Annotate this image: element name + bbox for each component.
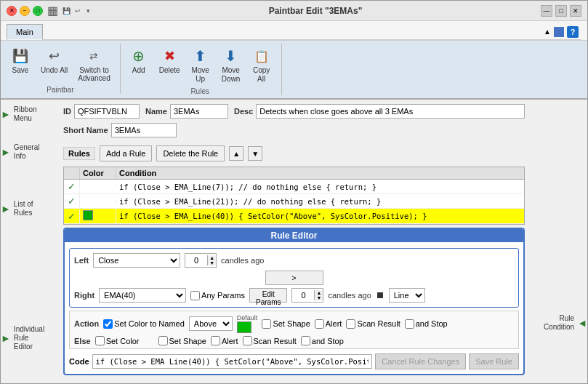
set-shape-label1: Set Shape (273, 319, 310, 328)
rule-check-3: ✓ (64, 209, 80, 223)
right-condition-row: Right EMA(40) Any Params EditParams (74, 288, 514, 303)
id-field: ID QFSIFTVBLN (63, 104, 140, 119)
move-rule-down-btn[interactable]: ▼ (248, 146, 262, 161)
rule-color-3 (80, 209, 116, 223)
desc-input[interactable] (256, 104, 525, 119)
and-stop-check1: and Stop (405, 319, 448, 329)
delete-rule-btn[interactable]: ✖ Delete (156, 44, 184, 77)
set-shape-checkbox2[interactable] (158, 336, 168, 345)
left-spin-arrows: ▲ ▼ (207, 255, 216, 265)
color-dot (377, 292, 383, 298)
add-rule-btn[interactable]: ⊕ Add (125, 44, 153, 77)
rule-condition-2: if (Close > EMA_Line(21)); // do nothing… (116, 196, 524, 207)
general-info-row: ID QFSIFTVBLN Name Desc (63, 104, 525, 119)
question-icon[interactable]: ? (567, 26, 579, 38)
short-name-input[interactable] (111, 123, 177, 137)
move-up-label: MoveUp (191, 66, 209, 84)
right-spin-up[interactable]: ▲ (315, 290, 323, 295)
rules-group-label: Rules (125, 87, 275, 95)
rule-row[interactable]: ✓ if (Close > EMA_Line(7)); // do nothin… (64, 180, 524, 194)
alert-checkbox2[interactable] (211, 336, 220, 345)
default-label: Default (237, 314, 258, 321)
any-params-checkbox[interactable] (190, 291, 200, 300)
move-down-icon: ⬇ (221, 46, 241, 66)
rules-table-header: Color Condition (64, 167, 524, 180)
color-name-select[interactable]: Above (189, 316, 233, 331)
col-color-header: Color (80, 167, 116, 179)
name-input[interactable] (170, 104, 228, 119)
operator-button[interactable]: > (265, 271, 323, 285)
add-icon: ⊕ (129, 46, 149, 66)
maximize-button[interactable]: □ (33, 6, 43, 16)
green-swatch (83, 210, 93, 220)
copy-all-btn[interactable]: 📋 CopyAll (248, 44, 275, 86)
close-title-btn[interactable]: ✕ (570, 5, 581, 17)
alert-checkbox1[interactable] (315, 319, 324, 329)
minimize-button[interactable]: − (20, 6, 30, 16)
add-a-rule-btn[interactable]: Add a Rule (100, 145, 152, 161)
set-color2-checkbox[interactable] (95, 336, 105, 345)
and-stop-checkbox2[interactable] (301, 336, 310, 345)
minimize-title-btn[interactable]: — (541, 5, 552, 17)
app-icon: ▦ (47, 4, 58, 17)
left-spin-down[interactable]: ▼ (208, 260, 216, 265)
scan-result-label1: Scan Result (357, 319, 400, 328)
rule-row[interactable]: ✓ if (Close > EMA_Line(21)); // do nothi… (64, 194, 524, 209)
left-condition-row: Left Close ▲ ▼ candles ago (74, 253, 514, 268)
move-rule-up-btn[interactable]: ▲ (229, 146, 243, 161)
paintbar-group-label: Paintbar (7, 86, 114, 94)
candles-ago-label1: candles ago (221, 256, 264, 265)
rule-editor-section: Rule Editor Left Close ▲ ▼ (63, 228, 525, 375)
move-down-btn[interactable]: ⬇ MoveDown (217, 44, 245, 86)
paintbar-buttons: 💾 Save ↩ Undo All ⇄ Switch toAdvanced (7, 44, 114, 84)
color-swatch-default[interactable] (237, 321, 251, 333)
and-stop-check2: and Stop (301, 336, 344, 345)
undo-all-button[interactable]: ↩ Undo All (37, 44, 71, 77)
right-spin-down[interactable]: ▼ (315, 295, 323, 300)
and-stop-label2: and Stop (312, 337, 344, 345)
save-rule-btn[interactable]: Save Rule (469, 353, 519, 369)
code-input[interactable] (92, 354, 373, 369)
save-icon: 💾 (10, 46, 31, 66)
left-select[interactable]: Close (93, 253, 180, 268)
set-color-checkbox[interactable] (103, 319, 113, 329)
and-stop-checkbox1[interactable] (405, 319, 414, 329)
left-value[interactable] (185, 256, 207, 265)
rule-row[interactable]: ✓ if (Close > EMA_Line(40)) { SetColor("… (64, 209, 524, 224)
close-button[interactable]: ✕ (7, 6, 17, 16)
switch-label: Switch toAdvanced (78, 66, 110, 82)
action-section: Action Set Color to Named Above Default (69, 311, 519, 349)
delete-rule-btn[interactable]: Delete the Rule (156, 145, 225, 161)
tab-main[interactable]: Main (7, 24, 43, 40)
short-name-row: Short Name (63, 123, 525, 137)
left-spin-up[interactable]: ▲ (208, 255, 216, 260)
scan-result-checkbox1[interactable] (346, 319, 355, 329)
ribbon-menu-arrow: ► (1, 108, 11, 120)
move-up-btn[interactable]: ⬆ MoveUp (187, 44, 214, 86)
edit-params-btn[interactable]: EditParams (249, 288, 287, 303)
title-bar-left: ✕ − □ ▦ 💾 ↩ ▾ (7, 4, 90, 17)
maximize-title-btn[interactable]: □ (555, 5, 567, 17)
switch-icon: ⇄ (84, 46, 104, 66)
col-check-header (64, 167, 80, 179)
id-input[interactable]: QFSIFTVBLN (74, 104, 140, 119)
cancel-rule-changes-btn[interactable]: Cancel Rule Changes (375, 353, 466, 369)
set-shape-checkbox1[interactable] (262, 319, 271, 329)
alert-label1: Alert (326, 319, 342, 328)
any-params-check: Any Params (190, 291, 245, 300)
action-row: Action Set Color to Named Above Default (74, 314, 514, 333)
copy-icon: 📋 (251, 46, 272, 66)
right-value[interactable] (292, 291, 314, 300)
condition-container: Left Close ▲ ▼ candles ago (69, 248, 519, 308)
line-select[interactable]: Line (389, 288, 425, 303)
scan-result-check1: Scan Result (346, 319, 400, 329)
switch-advanced-button[interactable]: ⇄ Switch toAdvanced (74, 44, 113, 84)
delete-icon: ✖ (159, 46, 180, 66)
right-spin-arrows: ▲ ▼ (314, 290, 323, 300)
id-label: ID (63, 107, 71, 116)
dropdown-icon-small[interactable]: ▾ (86, 7, 90, 15)
copy-all-label: CopyAll (253, 66, 270, 84)
scan-result-checkbox2[interactable] (243, 336, 252, 345)
right-select[interactable]: EMA(40) (99, 288, 186, 303)
save-button[interactable]: 💾 Save (7, 44, 34, 77)
